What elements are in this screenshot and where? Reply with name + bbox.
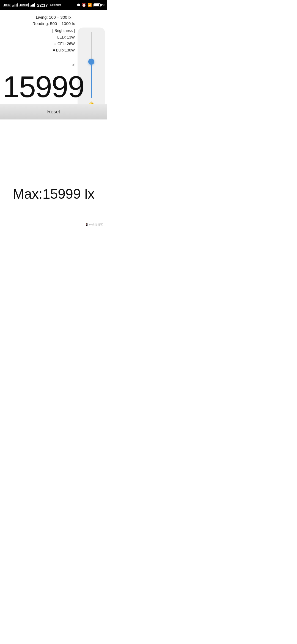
brightness-title: [ Brightness ]	[52, 28, 75, 34]
max-reading-container: Max:15999 lx	[0, 186, 107, 202]
slider-track[interactable]	[91, 32, 92, 98]
status-bar: 4GHD 4G+HD 22:17 8.50 KB/s ✱ ⏰ 📶	[0, 0, 107, 10]
signal-icon-2	[30, 3, 35, 7]
chevron-left-icon[interactable]: <	[72, 62, 75, 68]
status-speed: 8.50 KB/s	[50, 4, 61, 7]
battery-fill	[94, 4, 99, 6]
brightness-bulb: = Bulb:130W	[52, 47, 75, 54]
status-time: 22:17	[37, 3, 48, 7]
wifi-icon: 📶	[88, 3, 92, 7]
slider-fill	[91, 65, 92, 98]
network1-badge: 4GHD	[3, 3, 11, 7]
status-left: 4GHD 4G+HD 22:17 8.50 KB/s	[3, 3, 61, 7]
brightness-led: LED: 13W	[52, 34, 75, 41]
alarm-icon: ⏰	[82, 3, 86, 7]
slider-thumb[interactable]	[88, 59, 94, 65]
info-text: Living: 100 – 300 lx Reading: 500 – 1000…	[0, 10, 107, 28]
brightness-info: [ Brightness ] LED: 13W = CFL: 26W = Bul…	[52, 28, 75, 54]
signal-icon-1	[12, 3, 18, 7]
max-reading: Max:15999 lx	[13, 186, 94, 202]
info-line1: Living: 100 – 300 lx	[3, 14, 105, 21]
bluetooth-icon: ✱	[77, 3, 80, 7]
info-line2: Reading: 500 – 1000 lx	[3, 21, 105, 27]
main-reading-container: 15999	[3, 72, 72, 102]
bottom-hint-text: 📱 什么值得买	[85, 223, 103, 226]
network2-badge: 4G+HD	[19, 3, 29, 7]
brightness-cfl: = CFL: 26W	[52, 41, 75, 47]
bottom-hint: 📱 什么值得买	[85, 223, 103, 227]
reset-button[interactable]: Reset	[0, 104, 107, 119]
battery-container: 79	[94, 3, 105, 7]
battery-icon	[94, 3, 101, 7]
lux-value: 15999	[3, 72, 84, 102]
status-right: ✱ ⏰ 📶 79	[77, 3, 105, 7]
